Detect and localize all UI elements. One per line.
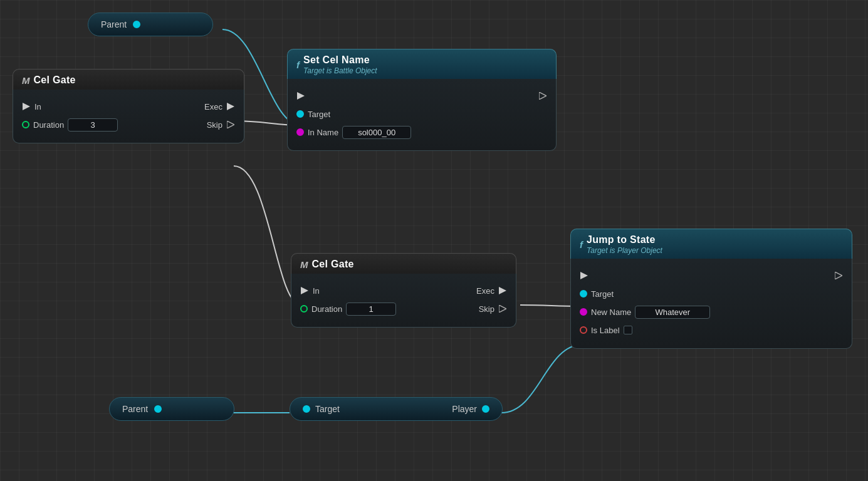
set-cel-name-target-label: Target bbox=[308, 110, 330, 119]
cel-gate-top-skip-label: Skip bbox=[207, 120, 222, 130]
cel-gate-top-duration-value[interactable]: 3 bbox=[68, 118, 118, 132]
jump-to-state-islabel-checkbox[interactable] bbox=[624, 326, 632, 334]
target-player-target-in-port[interactable] bbox=[303, 405, 310, 413]
set-cel-name-header: f Set Cel Name Target is Battle Object bbox=[287, 49, 557, 79]
parent-bottom-port[interactable] bbox=[154, 405, 162, 413]
cel-gate-top-exec-port[interactable] bbox=[226, 102, 235, 111]
cel-gate-bottom-body: In Exec Duration 1 Skip bbox=[291, 274, 516, 328]
set-cel-name-inname-value[interactable]: sol000_00 bbox=[342, 126, 411, 139]
set-cel-name-inname-label: In Name bbox=[308, 128, 338, 137]
cel-gate-bottom-duration-port[interactable] bbox=[300, 305, 308, 313]
cel-gate-top-duration-label: Duration bbox=[33, 120, 64, 130]
function-icon-set-cel: f bbox=[296, 59, 300, 70]
jump-to-state-exec-in[interactable] bbox=[580, 271, 588, 280]
svg-marker-5 bbox=[301, 287, 308, 294]
svg-marker-9 bbox=[835, 272, 842, 279]
set-cel-name-title: Set Cel Name bbox=[303, 54, 377, 66]
set-cel-name-body: Target In Name sol000_00 bbox=[287, 79, 557, 151]
cel-gate-bottom-duration-label: Duration bbox=[311, 304, 342, 314]
set-cel-name-node: f Set Cel Name Target is Battle Object T… bbox=[287, 49, 557, 151]
svg-marker-7 bbox=[499, 305, 506, 313]
jump-to-state-target-port[interactable] bbox=[580, 290, 587, 297]
jump-to-state-exec-row bbox=[580, 268, 843, 283]
cel-gate-top-skip-port[interactable] bbox=[226, 120, 235, 129]
set-cel-name-inname-port[interactable] bbox=[296, 128, 304, 136]
cel-gate-bottom-in-label: In bbox=[313, 286, 320, 296]
cel-gate-top-node: M Cel Gate In Exec Duration 3 bbox=[13, 69, 244, 143]
cel-gate-top-in-label: In bbox=[34, 102, 41, 111]
jump-to-state-header: f Jump to State Target is Player Object bbox=[570, 229, 852, 259]
cel-gate-top-duration-row: Duration 3 Skip bbox=[22, 117, 235, 132]
cel-gate-bottom-skip-port[interactable] bbox=[498, 304, 507, 313]
parent-bottom-pill: Parent bbox=[109, 397, 234, 421]
parent-top-pill: Parent bbox=[88, 13, 213, 36]
cel-gate-top-in-port[interactable] bbox=[22, 102, 31, 111]
set-cel-name-exec-out[interactable] bbox=[538, 91, 547, 100]
function-icon-jump: f bbox=[580, 239, 583, 250]
cel-gate-top-exec-row: In Exec bbox=[22, 99, 235, 114]
cel-gate-bottom-skip-label: Skip bbox=[479, 304, 494, 314]
cel-gate-top-title: Cel Gate bbox=[34, 75, 76, 86]
jump-to-state-node: f Jump to State Target is Player Object … bbox=[570, 229, 852, 349]
cel-gate-bottom-header: M Cel Gate bbox=[291, 253, 516, 274]
svg-marker-1 bbox=[227, 103, 234, 110]
cel-gate-top-body: In Exec Duration 3 Skip bbox=[13, 90, 244, 143]
cel-gate-bottom-title: Cel Gate bbox=[312, 259, 354, 270]
target-player-pill: Target Player bbox=[290, 397, 503, 421]
macro-icon-top: M bbox=[22, 75, 30, 86]
svg-marker-4 bbox=[539, 92, 546, 100]
set-cel-name-target-port[interactable] bbox=[296, 110, 304, 118]
svg-marker-0 bbox=[23, 103, 30, 110]
parent-bottom-label: Parent bbox=[122, 404, 148, 414]
set-cel-name-inname-row: In Name sol000_00 bbox=[296, 125, 547, 140]
set-cel-name-target-row: Target bbox=[296, 106, 547, 122]
jump-to-state-title: Jump to State bbox=[587, 234, 662, 246]
set-cel-name-exec-in[interactable] bbox=[296, 91, 305, 100]
macro-icon-bottom: M bbox=[300, 259, 308, 270]
jump-to-state-newname-row: New Name Whatever bbox=[580, 304, 843, 319]
set-cel-name-exec-row bbox=[296, 88, 547, 103]
target-player-player-out-port[interactable] bbox=[482, 405, 489, 413]
cel-gate-bottom-duration-row: Duration 1 Skip bbox=[300, 301, 507, 316]
jump-to-state-islabel-row: Is Label bbox=[580, 323, 843, 338]
jump-to-state-exec-out[interactable] bbox=[834, 271, 843, 280]
jump-to-state-newname-value[interactable]: Whatever bbox=[635, 306, 710, 319]
cel-gate-bottom-node: M Cel Gate In Exec Duration 1 bbox=[291, 253, 516, 328]
jump-to-state-islabel-port[interactable] bbox=[580, 326, 587, 334]
cel-gate-bottom-in-port[interactable] bbox=[300, 286, 309, 295]
cel-gate-bottom-exec-port[interactable] bbox=[498, 286, 507, 295]
cel-gate-bottom-exec-label: Exec bbox=[476, 286, 494, 296]
parent-top-port[interactable] bbox=[133, 21, 140, 28]
jump-to-state-subtitle: Target is Player Object bbox=[587, 246, 662, 255]
cel-gate-bottom-exec-row: In Exec bbox=[300, 283, 507, 298]
jump-to-state-newname-label: New Name bbox=[591, 308, 631, 317]
svg-marker-3 bbox=[297, 92, 305, 100]
svg-marker-6 bbox=[499, 287, 506, 294]
cel-gate-top-header: M Cel Gate bbox=[13, 69, 244, 90]
jump-to-state-body: Target New Name Whatever Is Label bbox=[570, 259, 852, 349]
player-label: Player bbox=[452, 404, 477, 414]
svg-marker-2 bbox=[227, 121, 234, 128]
svg-marker-8 bbox=[580, 272, 588, 279]
parent-top-label: Parent bbox=[101, 19, 127, 29]
jump-to-state-target-row: Target bbox=[580, 286, 843, 301]
cel-gate-top-exec-label: Exec bbox=[204, 102, 222, 111]
cel-gate-top-duration-port[interactable] bbox=[22, 121, 29, 128]
target-label: Target bbox=[315, 404, 340, 414]
cel-gate-bottom-duration-value[interactable]: 1 bbox=[346, 303, 396, 316]
jump-to-state-islabel-label: Is Label bbox=[591, 326, 620, 335]
jump-to-state-newname-port[interactable] bbox=[580, 308, 587, 316]
set-cel-name-subtitle: Target is Battle Object bbox=[303, 66, 377, 75]
jump-to-state-target-label: Target bbox=[591, 289, 614, 299]
